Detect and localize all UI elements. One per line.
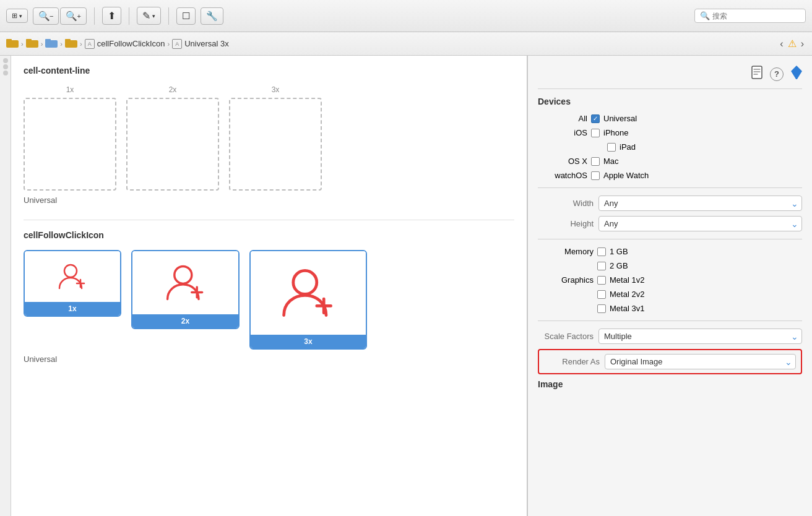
search-bar: 🔍 [694, 9, 806, 23]
ipad-label: iPad [620, 142, 636, 152]
devices-watchos-row: watchOS Apple Watch [538, 171, 802, 180]
breadcrumb-back-button[interactable]: ‹ [778, 38, 785, 49]
breadcrumb-asset-icon-2: A [172, 39, 182, 49]
edit-icon: ✎ [142, 10, 150, 22]
slot-3x-footer-label: 3x [251, 335, 366, 348]
slot-icon-2x-wrapper[interactable]: 2x [131, 250, 240, 329]
metal-3v1-label: Metal 3v1 [610, 304, 644, 313]
graphics-metal2v2-row: Metal 2v2 [538, 290, 802, 299]
render-as-select[interactable]: Default Original Image Template Image [605, 354, 796, 369]
universal-checkbox[interactable] [591, 114, 600, 123]
mac-checkbox[interactable] [591, 157, 600, 166]
asset-section-cell-content-line: cell-content-line 1x 2x 3x Universal [24, 66, 514, 205]
section-title-2: cellFollowClickIcon [24, 230, 514, 240]
breadcrumb-asset-1[interactable]: cellFollowClickIcon [97, 39, 165, 48]
metal-2v2-label: Metal 2v2 [610, 290, 644, 299]
memory-2gb-label: 2 GB [610, 261, 628, 270]
svg-rect-7 [65, 39, 71, 41]
width-select[interactable]: Any Compact Regular [598, 196, 802, 211]
left-strip-marker-1 [3, 58, 8, 63]
toolbar-zoom-group: 🔍 − 🔍 + [33, 7, 87, 25]
graphics-label: Graphics [538, 275, 594, 285]
slot-icon-2x-inner [132, 251, 238, 314]
slot-icon-1x: 1x [24, 250, 121, 317]
panel-pin-icon[interactable] [791, 66, 802, 82]
slot-icon-2x: 2x [131, 250, 240, 329]
slot-icon-1x-inner [25, 251, 120, 302]
devices-ios-row: iOS iPhone [538, 128, 802, 137]
breadcrumb-folder-2[interactable] [26, 38, 38, 49]
slot-2x-label: 2x [169, 85, 177, 94]
breadcrumb-forward-button[interactable]: › [799, 38, 806, 49]
devices-all-row: All Universal [538, 114, 802, 123]
memory-2gb-checkbox[interactable] [597, 262, 606, 270]
render-as-select-wrapper: Default Original Image Template Image ⌄ [605, 354, 796, 369]
toolbar-divider-1 [94, 7, 95, 25]
ipad-checkbox[interactable] [607, 143, 616, 152]
memory-1gb-checkbox[interactable] [597, 247, 606, 256]
device-button[interactable]: ☐ [176, 7, 196, 25]
slot-2x-empty: 2x [126, 85, 219, 191]
zoom-in-button[interactable]: 🔍 + [60, 7, 86, 25]
search-input[interactable] [712, 12, 800, 20]
slot-icon-3x-wrapper[interactable]: 3x [249, 250, 367, 350]
breadcrumb-arrow-5: › [168, 40, 170, 48]
devices-watchos-label: watchOS [538, 171, 587, 180]
memory-1gb-row: Memory 1 GB [538, 247, 802, 256]
apple-watch-checkbox[interactable] [591, 171, 600, 180]
slot-1x-dropzone[interactable] [24, 98, 116, 191]
slot-3x-box[interactable] [229, 98, 322, 191]
slot-icon-1x-wrapper[interactable]: 1x [24, 250, 121, 317]
memory-label: Memory [538, 247, 594, 256]
devices-title: Devices [538, 97, 802, 106]
svg-point-8 [64, 265, 77, 277]
zoom-out-button[interactable]: 🔍 − [33, 7, 59, 25]
height-select-wrapper: Any Compact Regular ⌄ [598, 216, 802, 231]
devices-ipad-row: iPad [538, 142, 802, 152]
iphone-label: iPhone [603, 128, 628, 137]
slot-2x-dropzone[interactable] [126, 98, 219, 191]
metal-1v2-checkbox[interactable] [597, 276, 606, 285]
asset-section-cellFollowClickIcon: cellFollowClickIcon 1x [24, 230, 514, 364]
metal-3v1-checkbox[interactable] [597, 304, 606, 313]
svg-rect-17 [752, 66, 762, 79]
breadcrumb-folder-4[interactable] [65, 38, 77, 49]
slot-icon-3x-inner [251, 251, 366, 335]
metal-2v2-checkbox[interactable] [597, 290, 606, 299]
breadcrumb-arrow-4: › [80, 40, 82, 48]
toolbar-divider-3 [168, 7, 169, 25]
mac-label: Mac [603, 157, 619, 166]
slot-2x-footer-label: 2x [132, 314, 238, 328]
scale-factors-select[interactable]: 1x 2x 3x Multiple [598, 329, 802, 344]
person-add-icon-2x [164, 261, 207, 304]
grid-icon: ⊞ [12, 12, 17, 20]
share-button[interactable]: ⬆ [102, 7, 121, 25]
edit-button[interactable]: ✎ ▾ [137, 7, 161, 25]
memory-2gb-row: 2 GB [538, 261, 802, 270]
search-icon: 🔍 [700, 11, 710, 20]
width-row: Width Any Compact Regular ⌄ [538, 196, 802, 211]
memory-1gb-label: 1 GB [610, 247, 628, 256]
devices-ios-label: iOS [538, 128, 587, 137]
right-panel: ? Devices All Universal iOS iPhone [527, 56, 812, 516]
breadcrumb-arrow-1: › [21, 40, 24, 48]
toolbar-divider-2 [129, 7, 129, 25]
breadcrumb-asset-icon-1: A [85, 39, 95, 49]
breadcrumb-navigation: ‹ ⚠ › [778, 38, 806, 49]
person-add-icon-1x [57, 261, 88, 292]
left-strip-marker-2 [3, 64, 8, 69]
breadcrumb-arrow-2: › [41, 40, 43, 48]
section-title-1: cell-content-line [24, 66, 514, 75]
svg-point-14 [293, 270, 316, 294]
grid-view-button[interactable]: ⊞ ▾ [6, 9, 28, 23]
height-select[interactable]: Any Compact Regular [598, 216, 802, 231]
build-button[interactable]: 🔧 [201, 7, 223, 25]
panel-file-icon[interactable] [751, 66, 762, 82]
iphone-checkbox[interactable] [591, 129, 600, 137]
zoom-in-icon: 🔍 [66, 11, 77, 22]
breadcrumb-folder-1[interactable] [6, 38, 19, 49]
breadcrumb-folder-3[interactable] [45, 38, 58, 49]
panel-help-icon[interactable]: ? [770, 67, 784, 81]
left-strip-marker-3 [3, 71, 8, 75]
breadcrumb-asset-2[interactable]: Universal 3x [184, 39, 229, 48]
